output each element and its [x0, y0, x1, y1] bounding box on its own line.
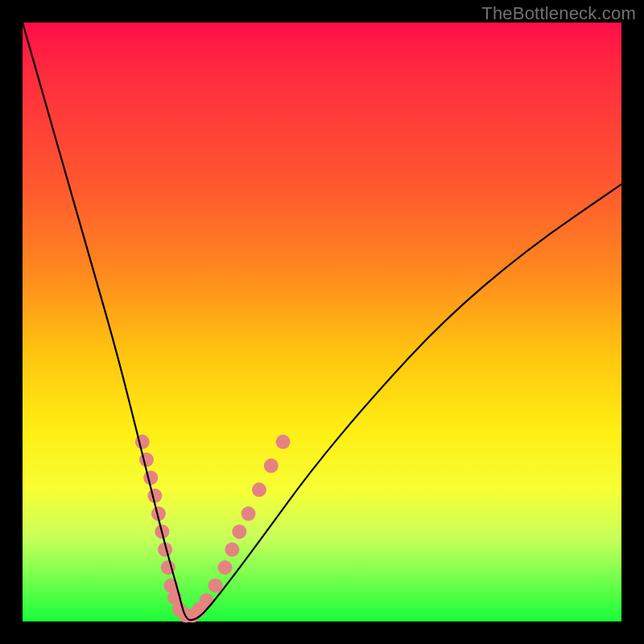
highlight-dot — [199, 593, 213, 608]
chart-container: TheBottleneck.com — [0, 0, 644, 644]
highlight-dot — [264, 459, 279, 473]
highlight-dot — [218, 560, 233, 575]
highlight-dot — [232, 524, 246, 539]
highlight-dot — [276, 435, 291, 449]
plot-area — [23, 23, 621, 621]
watermark-text: TheBottleneck.com — [481, 3, 636, 24]
highlight-dots — [135, 435, 291, 623]
highlight-dot — [143, 470, 158, 485]
curve-layer — [23, 23, 621, 621]
bottleneck-curve — [23, 23, 621, 620]
highlight-dot — [139, 452, 154, 467]
highlight-dot — [252, 482, 266, 497]
highlight-dot — [242, 506, 256, 521]
highlight-dot — [225, 543, 239, 557]
highlight-dot — [208, 578, 223, 592]
